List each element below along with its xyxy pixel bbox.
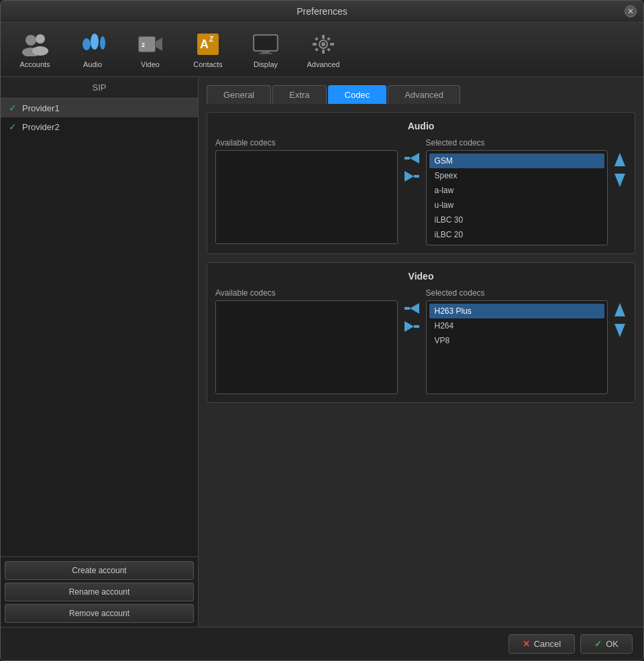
audio-section-title: Audio [215, 121, 627, 131]
video-available-label: Available codecs [215, 288, 398, 298]
audio-selected-list: GSM Speex a-law u-law iLBC 30 iLBC 20 [426, 150, 608, 245]
footer: ✕ Cancel ✓ OK [1, 627, 643, 660]
sidebar-item-provider2[interactable]: ✓ Provider2 [1, 117, 198, 136]
video-transfer-arrows [403, 288, 421, 335]
audio-arrow-right[interactable] [403, 170, 421, 185]
toolbar-display[interactable]: Display [242, 28, 289, 71]
video-selected-list: H263 Plus H264 VP8 [426, 300, 608, 394]
contacts-label: Contacts [193, 60, 222, 68]
sidebar-header: SIP [1, 77, 198, 99]
toolbar-contacts[interactable]: A Z Contacts [184, 28, 231, 71]
codec-item-ilbc20[interactable]: iLBC 20 [429, 227, 605, 242]
sidebar-buttons: Create account Rename account Remove acc… [1, 556, 198, 627]
svg-rect-36 [405, 307, 410, 310]
ok-button[interactable]: ✓ OK [580, 634, 633, 654]
audio-label: Audio [83, 60, 102, 68]
video-sort-up[interactable] [613, 302, 627, 320]
preferences-window: Preferences ✕ Accounts ♪ [0, 0, 644, 661]
video-codec-section: Video Available codecs [207, 262, 635, 403]
audio-codec-section: Audio Available codecs [207, 112, 635, 254]
svg-rect-27 [315, 48, 319, 52]
content-area: SIP ✓ Provider1 ✓ Provider2 Create accou… [1, 77, 643, 627]
codec-item-gsm[interactable]: GSM [429, 154, 605, 168]
video-section-title: Video [215, 271, 627, 282]
svg-point-3 [32, 46, 48, 56]
check-icon-2: ✓ [9, 121, 17, 132]
tab-general[interactable]: General [207, 85, 271, 104]
svg-rect-16 [255, 36, 276, 50]
create-account-button[interactable]: Create account [5, 561, 194, 580]
audio-arrow-left[interactable] [403, 152, 421, 167]
codec-item-alaw[interactable]: a-law [429, 183, 605, 198]
video-label: Video [141, 60, 160, 68]
ok-check-icon: ✓ [594, 639, 602, 649]
close-button[interactable]: ✕ [625, 5, 637, 17]
toolbar-accounts[interactable]: Accounts [11, 28, 58, 71]
codec-item-ulaw[interactable]: u-law [429, 198, 605, 213]
audio-selected-col: Selected codecs GSM Speex a-law u-law iL… [426, 138, 608, 245]
tab-advanced[interactable]: Advanced [388, 85, 460, 104]
check-icon-1: ✓ [9, 103, 17, 113]
cancel-x-icon: ✕ [523, 639, 530, 649]
svg-point-20 [321, 42, 325, 46]
video-available-list [215, 300, 398, 394]
svg-marker-34 [614, 174, 625, 187]
audio-selected-label: Selected codecs [426, 138, 608, 147]
svg-rect-38 [414, 325, 419, 328]
svg-marker-37 [405, 321, 414, 332]
sidebar-item-provider1[interactable]: ✓ Provider1 [1, 99, 198, 117]
display-label: Display [254, 60, 278, 68]
remove-account-button[interactable]: Remove account [5, 604, 194, 623]
svg-rect-24 [330, 43, 334, 46]
audio-available-label: Available codecs [215, 138, 398, 147]
codec-item-h264[interactable]: H264 [429, 318, 605, 333]
toolbar-video[interactable]: 2 Video [127, 28, 174, 71]
audio-sort-up[interactable] [613, 152, 627, 170]
toolbar: Accounts ♪ Audio 2 [1, 23, 643, 77]
tabs: General Extra Codec Advanced [207, 85, 635, 104]
svg-rect-23 [313, 43, 317, 46]
svg-rect-32 [414, 175, 419, 178]
codec-item-ilbc30[interactable]: iLBC 30 [429, 213, 605, 227]
tab-codec[interactable]: Codec [328, 85, 387, 104]
video-sort-down[interactable] [613, 322, 627, 341]
svg-point-0 [25, 35, 36, 46]
svg-marker-35 [410, 303, 419, 314]
svg-point-1 [36, 34, 45, 44]
svg-rect-25 [315, 37, 319, 41]
audio-icon: ♪ [79, 31, 106, 58]
svg-text:Z: Z [209, 36, 213, 43]
window-title: Preferences [297, 6, 347, 17]
tab-extra[interactable]: Extra [272, 85, 326, 104]
audio-available-list [215, 150, 398, 244]
svg-point-6 [100, 36, 105, 50]
video-selected-col: Selected codecs H263 Plus H264 VP8 [426, 288, 608, 394]
video-arrow-right[interactable] [403, 320, 421, 335]
svg-marker-40 [614, 324, 625, 337]
codec-item-h263plus[interactable]: H263 Plus [429, 304, 605, 318]
display-icon [252, 31, 279, 58]
titlebar: Preferences ✕ [1, 1, 643, 23]
svg-text:2: 2 [142, 42, 145, 48]
video-codec-row: Available codecs [215, 288, 627, 394]
audio-codec-row: Available codecs [215, 138, 627, 245]
advanced-label: Advanced [307, 60, 340, 68]
codec-item-vp8[interactable]: VP8 [429, 333, 605, 348]
audio-sort-down[interactable] [613, 172, 627, 190]
cancel-label: Cancel [534, 639, 561, 649]
sidebar: SIP ✓ Provider1 ✓ Provider2 Create accou… [1, 77, 199, 627]
cancel-button[interactable]: ✕ Cancel [508, 634, 575, 654]
accounts-icon [21, 31, 48, 58]
toolbar-audio[interactable]: ♪ Audio [69, 28, 116, 71]
codec-item-speex[interactable]: Speex [429, 168, 605, 183]
toolbar-advanced[interactable]: Advanced [300, 28, 347, 71]
svg-marker-29 [410, 153, 419, 164]
audio-sort-arrows [613, 138, 627, 190]
video-icon: 2 [137, 31, 164, 58]
rename-account-button[interactable]: Rename account [5, 583, 194, 601]
video-available-col: Available codecs [215, 288, 398, 394]
contacts-icon: A Z [195, 31, 221, 58]
video-arrow-left[interactable] [403, 302, 421, 317]
video-sort-arrows [613, 288, 627, 341]
svg-point-4 [83, 38, 91, 50]
